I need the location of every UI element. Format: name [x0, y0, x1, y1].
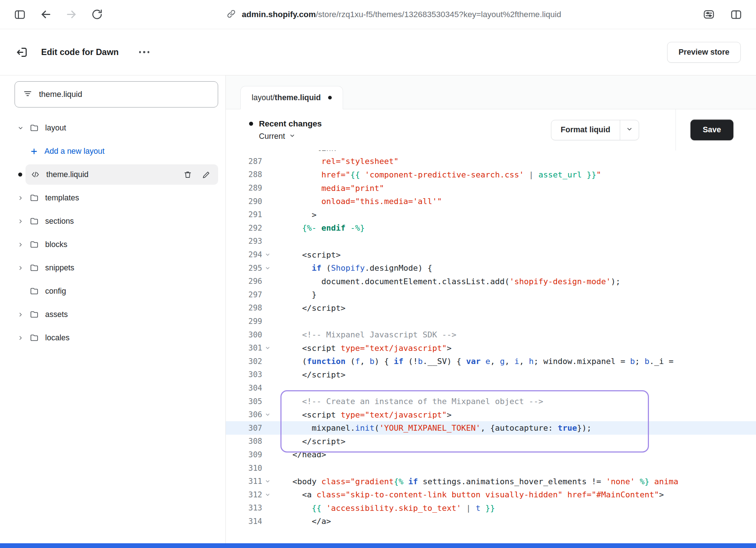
folder-icon [29, 333, 39, 342]
fold-toggle-icon[interactable] [262, 478, 273, 484]
folder-icon [29, 310, 39, 319]
format-liquid-split-button: Format liquid [551, 120, 639, 140]
code-line[interactable]: 303 </script> [226, 368, 756, 381]
tree-item-templates[interactable]: templates [0, 186, 225, 210]
tree-item-blocks[interactable]: blocks [0, 233, 225, 256]
chevron-down-icon [289, 132, 295, 141]
code-line[interactable]: 305 <!-- Create an instance of the Mixpa… [226, 395, 756, 408]
back-button[interactable] [40, 8, 52, 20]
code-line[interactable]: 287 rel="stylesheet" [226, 155, 756, 168]
tree-item-label: blocks [45, 240, 67, 249]
tree-item-config[interactable]: config [0, 279, 225, 303]
code-editor[interactable]: 286 <link287 rel="stylesheet"288 href="{… [226, 150, 756, 548]
fold-toggle-icon[interactable] [262, 252, 273, 258]
line-number: 303 [226, 370, 262, 379]
unsaved-indicator [328, 96, 332, 99]
code-line[interactable]: 314 </a> [226, 515, 756, 528]
code-line[interactable]: 308 </script> [226, 435, 756, 448]
back-icon [40, 8, 52, 20]
code-line[interactable]: 309 </head> [226, 448, 756, 462]
line-number: 310 [226, 464, 262, 473]
add-new-layout-button[interactable]: Add a new layout [0, 140, 225, 163]
code-line[interactable]: 304 [226, 381, 756, 395]
folder-icon [29, 263, 39, 273]
chevron-right-icon[interactable] [17, 335, 24, 341]
code-line[interactable]: 292 {%- endif -%} [226, 222, 756, 235]
code-line[interactable]: 286 <link [226, 150, 756, 155]
code-line[interactable]: 310 [226, 461, 756, 475]
fold-toggle-icon[interactable] [262, 345, 273, 351]
chevron-right-icon[interactable] [17, 195, 24, 201]
code-line[interactable]: 302 (function (f, b) { if (!b.__SV) { va… [226, 355, 756, 368]
code-line[interactable]: 296 document.documentElement.classList.a… [226, 275, 756, 288]
line-number: 299 [226, 317, 262, 326]
code-line[interactable]: 300 <!-- Mixpanel Javascript SDK --> [226, 328, 756, 341]
fold-toggle-icon[interactable] [262, 492, 273, 498]
rename-file-button[interactable] [202, 170, 211, 179]
tree-item-assets[interactable]: assets [0, 303, 225, 326]
extensions-button[interactable] [703, 8, 715, 20]
line-number: 294 [226, 250, 262, 259]
more-menu-button[interactable] [136, 48, 153, 56]
line-number: 300 [226, 330, 262, 339]
delete-file-button[interactable] [183, 170, 192, 179]
format-liquid-button[interactable]: Format liquid [551, 120, 620, 140]
code-line[interactable]: 290 onload="this.media='all'" [226, 195, 756, 208]
tree-item-locales[interactable]: locales [0, 326, 225, 349]
code-line[interactable]: 295 if (Shopify.designMode) { [226, 261, 756, 275]
code-line[interactable]: 311 <body class="gradient{% if settings.… [226, 475, 756, 488]
forward-icon [66, 8, 78, 20]
tree-item-label: snippets [45, 263, 74, 273]
file-search-input[interactable] [39, 90, 210, 99]
browser-right-controls [703, 8, 747, 20]
address-bar[interactable]: admin.shopify.com/store/rzq1xu-f5/themes… [227, 9, 561, 20]
code-line[interactable]: 294 <script> [226, 248, 756, 262]
file-search-field[interactable] [15, 81, 218, 107]
tab-theme-liquid[interactable]: layout/theme.liquid [240, 86, 343, 109]
folder-icon [29, 123, 39, 133]
code-line[interactable]: 291 > [226, 208, 756, 222]
code-line[interactable]: 288 href="{{ 'component-predictive-searc… [226, 168, 756, 181]
exit-button[interactable] [15, 46, 28, 59]
tree-item-layout[interactable]: layout [0, 116, 225, 140]
version-dropdown[interactable]: Current [259, 132, 295, 141]
save-button[interactable]: Save [690, 120, 733, 140]
reload-button[interactable] [91, 9, 103, 20]
format-options-button[interactable] [620, 120, 639, 140]
tree-item-label: templates [45, 193, 79, 203]
tree-item-snippets[interactable]: snippets [0, 256, 225, 279]
folder-icon [29, 193, 39, 203]
code-line[interactable]: 312 <a class="skip-to-content-link butto… [226, 488, 756, 501]
pencil-icon [202, 170, 211, 179]
fold-toggle-icon[interactable] [262, 265, 273, 271]
chevron-right-icon[interactable] [17, 242, 24, 248]
sidebar-toggle-button[interactable] [14, 8, 26, 20]
code-line[interactable]: 297 } [226, 288, 756, 302]
page-title: Edit code for Dawn [41, 47, 119, 57]
preview-store-button[interactable]: Preview store [667, 42, 741, 63]
code-line[interactable]: 313 {{ 'accessibility.skip_to_text' | t … [226, 501, 756, 515]
code-line[interactable]: 301 <script type="text/javascript"> [226, 341, 756, 355]
fold-toggle-icon[interactable] [262, 412, 273, 418]
code-line[interactable]: 289 media="print" [226, 181, 756, 195]
code-line[interactable]: 293 [226, 235, 756, 248]
chevron-right-icon[interactable] [17, 312, 24, 318]
line-number: 313 [226, 504, 262, 512]
tree-item-theme-liquid[interactable]: theme.liquid [0, 163, 225, 186]
forward-button[interactable] [66, 8, 78, 20]
tree-item-sections[interactable]: sections [0, 210, 225, 233]
code-line[interactable]: 299 [226, 315, 756, 328]
code-line[interactable]: 298 </script> [226, 301, 756, 315]
line-number: 304 [226, 384, 262, 392]
chevron-right-icon[interactable] [17, 218, 24, 224]
split-view-button[interactable] [730, 8, 742, 20]
line-number: 305 [226, 397, 262, 406]
browser-nav-controls [9, 8, 103, 20]
code-line[interactable]: 306 <script type="text/javascript"> [226, 408, 756, 422]
chevron-down-icon[interactable] [17, 125, 24, 131]
code-line[interactable]: 307 mixpanel.init('YOUR_MIXPANEL_TOKEN',… [226, 421, 756, 435]
folder-icon [29, 286, 39, 296]
recent-changes-dot [249, 122, 253, 126]
tab-label: layout/theme.liquid [252, 93, 321, 102]
chevron-right-icon[interactable] [17, 265, 24, 271]
